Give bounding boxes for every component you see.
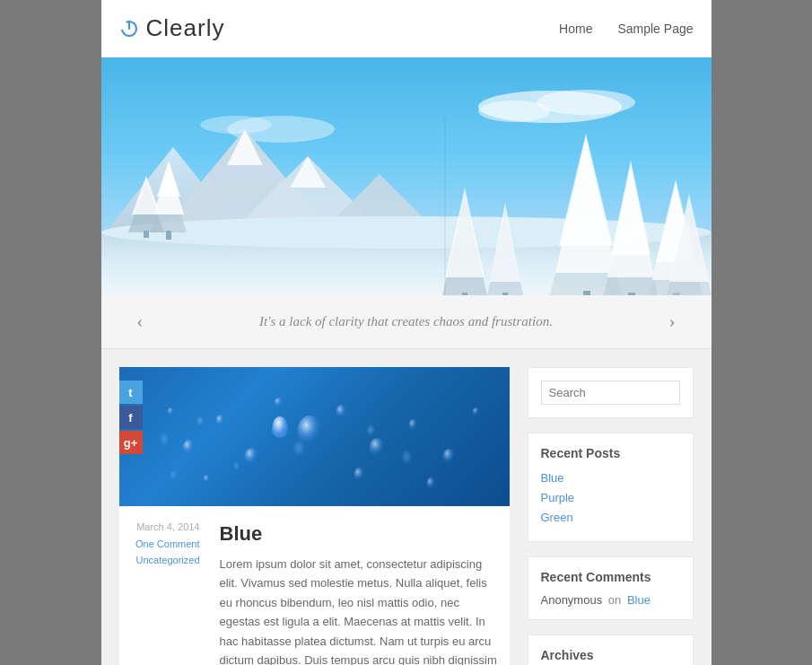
post-category[interactable]: Uncategorized [119,552,200,569]
googleplus-button[interactable]: g+ [119,431,143,454]
svg-point-57 [472,407,479,416]
svg-rect-22 [144,231,149,238]
main-content: t f g+ March 4, 2014 One Comment Uncateg… [101,349,712,665]
nav-sample-page[interactable]: Sample Page [617,22,693,36]
recent-post-green[interactable]: Green [541,511,573,524]
post-row: March 4, 2014 One Comment Uncategorized … [119,506,510,665]
social-icons: t f g+ [119,381,143,454]
post-featured-image [119,367,510,506]
svg-point-55 [203,475,210,484]
site-title: Clearly [146,14,225,42]
svg-rect-42 [502,293,508,295]
next-quote-button[interactable]: › [669,311,676,332]
recent-posts-title: Recent Posts [541,446,680,460]
svg-point-49 [369,438,385,458]
post-meta: March 4, 2014 One Comment Uncategorized [119,515,200,569]
svg-rect-26 [583,291,590,295]
svg-rect-39 [462,293,467,295]
svg-point-56 [426,477,435,490]
water-droplets [119,367,510,506]
svg-point-46 [215,415,224,427]
comment-author: Anonymous [541,593,603,607]
svg-point-4 [537,90,635,115]
post-excerpt: Lorem ipsum dolor sit amet, consectetur … [220,555,499,665]
quote-bar: ‹ It's a lack of clarity that creates ch… [101,295,712,349]
archives-widget: Archives [528,634,694,665]
svg-point-53 [274,398,283,408]
recent-post-purple[interactable]: Purple [541,491,575,504]
post-body: Blue Lorem ipsum dolor sit amet, consect… [209,515,510,665]
svg-rect-30 [628,293,635,295]
recent-comment: Anonymous on Blue [541,593,680,607]
svg-point-44 [297,416,322,448]
svg-point-7 [200,116,272,134]
content-column: t f g+ March 4, 2014 One Comment Uncateg… [119,367,510,665]
recent-post-blue[interactable]: Blue [541,471,564,485]
recent-posts-list: Blue Purple Green [541,469,680,525]
site-nav: Home Sample Page [559,22,693,36]
recent-posts-widget: Recent Posts Blue Purple Green [528,433,694,542]
svg-point-50 [408,419,417,432]
list-item: Blue [541,469,680,486]
recent-comments-title: Recent Comments [541,570,680,584]
recent-comments-widget: Recent Comments Anonymous on Blue [528,556,694,620]
search-input[interactable] [541,381,680,405]
post-image-wrap: t f g+ [119,367,510,506]
search-widget [528,367,694,418]
hero-svg [101,57,712,295]
twitter-button[interactable]: t [119,381,143,404]
svg-point-47 [244,448,258,466]
svg-point-52 [167,407,174,416]
svg-point-51 [442,449,455,465]
hero-image [101,57,712,295]
svg-point-48 [336,405,346,419]
nav-home[interactable]: Home [559,22,592,36]
sidebar: Recent Posts Blue Purple Green Recent Co… [528,367,694,665]
post-comments[interactable]: One Comment [119,536,200,553]
power-icon [119,19,139,39]
svg-point-45 [182,440,195,456]
list-item: Purple [541,489,680,505]
post-title[interactable]: Blue [220,522,499,546]
post-card: t f g+ March 4, 2014 One Comment Uncateg… [119,367,510,665]
site-header: Clearly Home Sample Page [101,0,712,57]
page-wrapper: Clearly Home Sample Page [101,0,712,665]
site-logo: Clearly [119,14,225,42]
prev-quote-button[interactable]: ‹ [137,311,144,332]
comment-post-ref[interactable]: Blue [627,593,650,607]
quote-text: It's a lack of clarity that creates chao… [143,314,669,329]
facebook-button[interactable]: f [119,406,143,429]
list-item: Green [541,509,680,525]
archives-title: Archives [541,648,680,662]
svg-point-54 [354,468,364,482]
svg-rect-19 [166,231,171,240]
post-date: March 4, 2014 [119,519,200,536]
comment-on-text: on [608,593,621,607]
svg-point-5 [478,101,550,122]
